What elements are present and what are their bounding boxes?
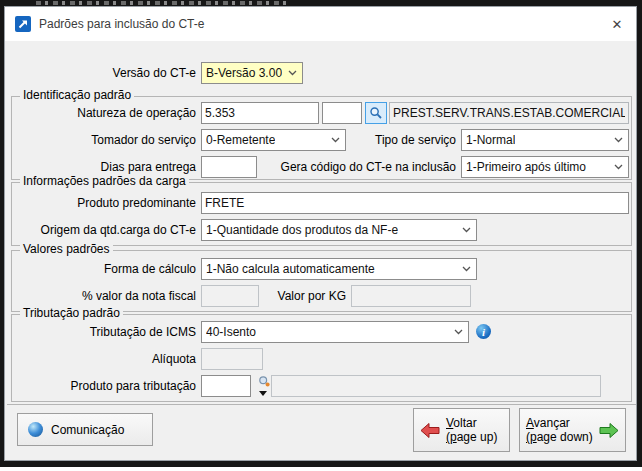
chevron-down-icon [614, 137, 623, 143]
comunicacao-button-label: Comunicação [51, 423, 124, 437]
produto-tributacao-dropdown-triangle[interactable] [259, 391, 267, 396]
versao-combobox[interactable]: B-Versão 3.00 [201, 62, 303, 84]
valor-kg-input [351, 285, 471, 307]
group-tributacao-legend: Tributação padrão [20, 306, 123, 320]
chevron-down-icon [288, 70, 297, 76]
background-window-edge [36, 1, 288, 5]
group-carga-legend: Informações padrões da carga [20, 174, 189, 188]
voltar-button-sublabel: (page up) [446, 430, 497, 444]
avancar-button[interactable]: Avançar (page down) [519, 408, 626, 452]
gera-codigo-combobox[interactable]: 1-Primeiro após último [461, 156, 629, 178]
dias-entrega-input[interactable] [201, 156, 257, 178]
forma-calculo-combobox[interactable]: 1-Não calcula automaticamente [201, 258, 477, 280]
app-icon [15, 16, 31, 32]
forma-calculo-label: Forma de cálculo [5, 262, 196, 276]
back-arrow-icon [420, 422, 440, 439]
gera-codigo-label: Gera código do CT-e na inclusão [251, 160, 456, 174]
chevron-down-icon [331, 137, 340, 143]
aliquota-input [201, 348, 263, 370]
icms-combobox[interactable]: 40-Isento [201, 321, 469, 343]
forward-arrow-icon [599, 422, 619, 439]
dias-entrega-label: Dias para entrega [5, 160, 196, 174]
chevron-down-icon [462, 227, 471, 233]
icms-label: Tributação de ICMS [5, 325, 196, 339]
produto-tributacao-search-button[interactable] [257, 374, 271, 388]
chevron-down-icon [454, 329, 463, 335]
titlebar: Padrões para inclusão do CT-e ✕ [5, 7, 636, 41]
avancar-button-label: Avançar [526, 416, 593, 430]
voltar-button[interactable]: Voltar (page up) [413, 408, 510, 452]
versao-value: B-Versão 3.00 [206, 66, 282, 80]
aliquota-label: Alíquota [5, 352, 196, 366]
info-icon[interactable]: i [476, 324, 491, 339]
voltar-button-label: Voltar [446, 416, 497, 430]
screenshot-root: Padrões para inclusão do CT-e ✕ Versão d… [0, 0, 642, 471]
tipo-servico-value: 1-Normal [466, 133, 515, 147]
produto-tributacao-descricao-field [271, 375, 601, 397]
natureza-codigo-input[interactable] [201, 102, 319, 124]
group-identificacao-legend: Identificação padrão [20, 88, 134, 102]
natureza-search-button[interactable] [365, 102, 387, 124]
natureza-label: Natureza de operação [5, 106, 196, 120]
tomador-value: 0-Remetente [206, 133, 275, 147]
tomador-label: Tomador do serviço [5, 133, 196, 147]
produto-predominante-label: Produto predominante [5, 196, 196, 210]
tipo-servico-label: Tipo de serviço [351, 133, 456, 147]
natureza-sufixo-input[interactable] [322, 102, 362, 124]
valor-kg-label: Valor por KG [251, 289, 346, 303]
produto-tributacao-input[interactable] [201, 375, 251, 397]
gera-codigo-value: 1-Primeiro após último [466, 160, 586, 174]
forma-calculo-value: 1-Não calcula automaticamente [206, 262, 375, 276]
close-icon[interactable]: ✕ [608, 15, 626, 33]
comunicacao-button[interactable]: Comunicação [17, 413, 153, 446]
origem-carga-value: 1-Quantidade dos produtos da NF-e [206, 223, 398, 237]
produto-predominante-input[interactable] [201, 192, 629, 214]
chevron-down-icon [462, 266, 471, 272]
chevron-down-icon [614, 164, 623, 170]
bottom-separator [7, 404, 636, 405]
produto-tributacao-label: Produto para tributação [5, 379, 196, 393]
search-icon [369, 106, 383, 120]
avancar-button-sublabel: (page down) [526, 430, 593, 444]
dialog-title: Padrões para inclusão do CT-e [39, 17, 204, 31]
natureza-descricao-field [389, 102, 629, 124]
tipo-servico-combobox[interactable]: 1-Normal [461, 129, 629, 151]
group-valores-legend: Valores padrões [20, 242, 113, 256]
versao-label: Versão do CT-e [5, 66, 196, 80]
cte-defaults-dialog: Padrões para inclusão do CT-e ✕ Versão d… [4, 6, 637, 461]
origem-carga-combobox[interactable]: 1-Quantidade dos produtos da NF-e [201, 219, 477, 241]
globe-icon [28, 422, 43, 437]
pct-nota-label: % valor da nota fiscal [5, 289, 196, 303]
icms-value: 40-Isento [206, 325, 256, 339]
search-small-icon [258, 375, 271, 388]
tomador-combobox[interactable]: 0-Remetente [201, 129, 346, 151]
origem-carga-label: Origem da qtd.carga do CT-e [5, 223, 196, 237]
